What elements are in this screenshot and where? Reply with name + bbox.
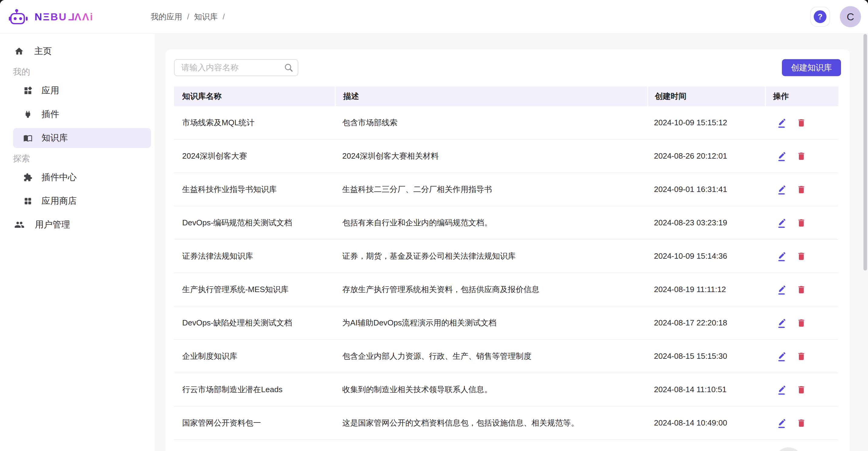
row-actions-cell bbox=[765, 151, 838, 161]
row-created-at-cell: 2024-10-09 15:14:36 bbox=[647, 251, 765, 261]
edit-pencil-icon bbox=[777, 351, 787, 362]
row-actions-cell bbox=[765, 184, 838, 195]
logo-letter: Ξ bbox=[43, 11, 51, 22]
delete-button[interactable] bbox=[797, 385, 806, 395]
logo: NΞBULΛΛi bbox=[0, 9, 151, 25]
row-actions-cell bbox=[765, 318, 838, 328]
edit-pencil-icon bbox=[777, 118, 787, 128]
delete-button[interactable] bbox=[797, 352, 806, 361]
trash-icon bbox=[797, 385, 806, 395]
vertical-scrollbar-thumb[interactable] bbox=[864, 34, 867, 271]
row-created-at-cell: 2024-08-17 22:20:18 bbox=[647, 318, 765, 328]
breadcrumb-separator: / bbox=[187, 12, 189, 22]
breadcrumb-my-apps[interactable]: 我的应用 bbox=[151, 11, 182, 22]
edit-button[interactable] bbox=[777, 351, 787, 362]
row-name-cell: 生益科技作业指导书知识库 bbox=[174, 184, 335, 195]
delete-button[interactable] bbox=[797, 151, 806, 161]
sidebar-item-home[interactable]: 主页 bbox=[13, 41, 151, 61]
sidebar-item-app-store[interactable]: 应用商店 bbox=[13, 191, 151, 211]
trash-icon bbox=[797, 318, 806, 328]
delete-button[interactable] bbox=[797, 251, 806, 261]
sidebar: 主页 我的 应用 插件 知识库 探索 bbox=[0, 33, 155, 451]
sidebar-item-label: 知识库 bbox=[41, 132, 68, 144]
row-description-cell: 收集到的制造业相关技术领导联系人信息。 bbox=[335, 384, 647, 395]
row-description-cell: 为AI辅助DevOps流程演示用的相关测试文档 bbox=[335, 318, 647, 328]
logo-letter: Λ bbox=[74, 11, 82, 22]
knowledge-base-card: 创建知识库 知识库名称 描述 创建时间 操作 市场线索及MQL统计包含市场部线索… bbox=[165, 50, 850, 451]
sidebar-item-label: 插件中心 bbox=[41, 171, 77, 183]
table-row: 国家管网公开资料包一这是国家管网公开的文档资料信息包，包括设施信息、相关规范等。… bbox=[174, 407, 838, 440]
sidebar-item-label: 主页 bbox=[34, 45, 52, 57]
edit-button[interactable] bbox=[777, 151, 787, 161]
row-description-cell: 包含企业内部人力资源、行政、生产、销售等管理制度 bbox=[335, 351, 647, 362]
logo-letter: U bbox=[59, 11, 67, 22]
logo-letter: N bbox=[35, 11, 43, 22]
table-row: 生产执行管理系统-MES知识库存放生产执行管理系统相关资料，包括供应商及报价信息… bbox=[174, 273, 838, 306]
sidebar-item-apps[interactable]: 应用 bbox=[13, 81, 151, 101]
help-button[interactable]: ? bbox=[810, 7, 830, 27]
sidebar-item-knowledge-base[interactable]: 知识库 bbox=[13, 128, 151, 148]
delete-button[interactable] bbox=[797, 218, 806, 228]
avatar[interactable]: C bbox=[840, 6, 861, 27]
trash-icon bbox=[797, 251, 806, 261]
trash-icon bbox=[797, 285, 806, 295]
edit-pencil-icon bbox=[777, 184, 787, 195]
sidebar-section-explore: 探索 bbox=[13, 153, 155, 164]
edit-pencil-icon bbox=[777, 251, 787, 262]
row-created-at-cell: 2024-08-26 20:12:01 bbox=[647, 151, 765, 161]
sidebar-section-mine: 我的 bbox=[13, 67, 155, 77]
edit-pencil-icon bbox=[777, 418, 787, 428]
trash-icon bbox=[797, 418, 806, 428]
grid-icon bbox=[23, 197, 32, 206]
header-name: 知识库名称 bbox=[174, 86, 335, 106]
table-body: 市场线索及MQL统计包含市场部线索2024-10-09 15:15:122024… bbox=[174, 106, 838, 440]
logo-letter: L bbox=[67, 11, 74, 22]
edit-pencil-icon bbox=[777, 318, 787, 328]
edit-button[interactable] bbox=[777, 284, 787, 295]
delete-button[interactable] bbox=[797, 418, 806, 428]
sidebar-item-plugins[interactable]: 插件 bbox=[13, 104, 151, 124]
row-description-cell: 生益科技二三分厂、二分厂相关作用指导书 bbox=[335, 184, 647, 195]
create-knowledge-base-button[interactable]: 创建知识库 bbox=[782, 59, 841, 76]
delete-button[interactable] bbox=[797, 185, 806, 194]
row-actions-cell bbox=[765, 385, 838, 395]
table-row: 证券法律法规知识库证券，期货，基金及证券公司相关法律法规知识库2024-10-0… bbox=[174, 240, 838, 273]
delete-button[interactable] bbox=[797, 318, 806, 328]
row-description-cell: 证券，期货，基金及证券公司相关法律法规知识库 bbox=[335, 251, 647, 262]
row-description-cell: 2024深圳创客大赛相关材料 bbox=[335, 151, 647, 161]
table-header-row: 知识库名称 描述 创建时间 操作 bbox=[174, 86, 838, 106]
edit-button[interactable] bbox=[777, 251, 787, 262]
search-icon bbox=[284, 63, 293, 74]
edit-pencil-icon bbox=[777, 385, 787, 395]
trash-icon bbox=[797, 218, 806, 228]
row-name-cell: DevOps-缺陷处理相关测试文档 bbox=[174, 318, 335, 328]
edit-button[interactable] bbox=[777, 385, 787, 395]
row-created-at-cell: 2024-09-01 16:31:41 bbox=[647, 185, 765, 194]
edit-button[interactable] bbox=[777, 218, 787, 228]
sidebar-item-user-management[interactable]: 用户管理 bbox=[13, 215, 151, 235]
breadcrumb-knowledge-base[interactable]: 知识库 bbox=[194, 11, 218, 22]
row-actions-cell bbox=[765, 118, 838, 128]
sidebar-item-plugin-center[interactable]: 插件中心 bbox=[13, 168, 151, 187]
row-created-at-cell: 2024-08-23 03:23:19 bbox=[647, 218, 765, 228]
edit-button[interactable] bbox=[777, 318, 787, 328]
robot-logo-icon bbox=[8, 9, 28, 25]
apps-icon bbox=[23, 86, 32, 95]
breadcrumb-separator: / bbox=[222, 12, 225, 22]
logo-letter: B bbox=[50, 11, 59, 22]
search-input[interactable] bbox=[174, 59, 298, 76]
edit-button[interactable] bbox=[777, 184, 787, 195]
delete-button[interactable] bbox=[797, 285, 806, 295]
row-created-at-cell: 2024-08-15 15:15:30 bbox=[647, 352, 765, 361]
row-actions-cell bbox=[765, 284, 838, 295]
plug-icon bbox=[23, 110, 32, 119]
row-actions-cell bbox=[765, 218, 838, 228]
app-window: NΞBULΛΛi 我的应用 / 知识库 / ? C 主页 我的 bbox=[0, 0, 868, 451]
edit-button[interactable] bbox=[777, 118, 787, 128]
table-row: DevOps-缺陷处理相关测试文档为AI辅助DevOps流程演示用的相关测试文档… bbox=[174, 306, 838, 340]
row-name-cell: 2024深圳创客大赛 bbox=[174, 151, 335, 161]
sidebar-item-label: 应用商店 bbox=[41, 195, 77, 207]
delete-button[interactable] bbox=[797, 118, 806, 128]
edit-button[interactable] bbox=[777, 418, 787, 428]
table-row: 生益科技作业指导书知识库生益科技二三分厂、二分厂相关作用指导书2024-09-0… bbox=[174, 173, 838, 206]
